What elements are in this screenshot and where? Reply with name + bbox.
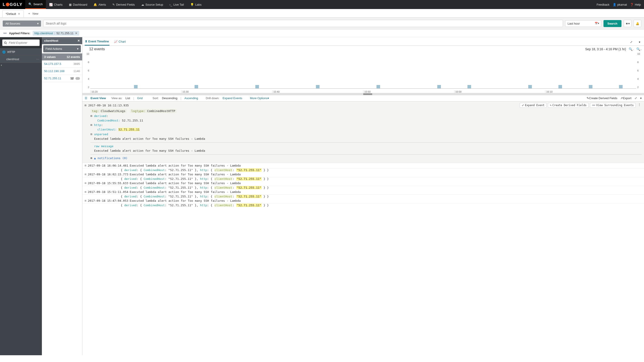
event-timestamp: 2017-09-18 16:11:13.935 bbox=[88, 104, 129, 107]
remove-filter-icon[interactable]: ✕ bbox=[75, 32, 78, 35]
log-row[interactable]: ⊞ 2017-09-18 15:47:04.053 Executed lambd… bbox=[82, 198, 644, 204]
feedback-link[interactable]: Feedback bbox=[597, 3, 610, 6]
values-panel-title: clientHost bbox=[44, 39, 58, 42]
field-actions-dropdown[interactable]: Field Actions ▾ bbox=[43, 45, 81, 52]
nav-alerts-label: Alerts bbox=[98, 3, 106, 6]
expanded-event: ⊟ 2017-09-18 16:11:13.935 ⤢ Expand Event… bbox=[82, 101, 644, 163]
log-row[interactable]: ⊞ 2017-09-18 15:51:11.054 Executed lambd… bbox=[82, 189, 644, 195]
help-link[interactable]: ❓ Help bbox=[630, 3, 641, 6]
view-grid[interactable]: Grid bbox=[137, 97, 143, 100]
view-list[interactable]: List bbox=[126, 97, 130, 100]
applied-filters-label: Applied Filters: bbox=[9, 32, 30, 35]
sort-descending[interactable]: Descending bbox=[162, 97, 178, 100]
value-row[interactable]: 54.173.157.5 3695 bbox=[42, 60, 82, 68]
tab-event-timeline[interactable]: ⧗ Event Timeline bbox=[85, 39, 110, 46]
more-icon[interactable]: ⋮ bbox=[637, 103, 642, 108]
timeline-chart[interactable]: 108642 108642 15:2015:3015:4015:5016:001… bbox=[82, 53, 644, 93]
time-range-dropdown[interactable]: Last hour bbox=[565, 20, 601, 27]
log-row[interactable]: ⊞ 2017-09-18 16:06:14.461 Executed lambd… bbox=[82, 163, 644, 168]
facet-header-http[interactable]: HTTP bbox=[0, 49, 42, 56]
expand-event-button[interactable]: ⤢ Expand Event bbox=[520, 103, 546, 108]
export-link[interactable]: ↗Export bbox=[620, 97, 632, 100]
log-message: Executed lambda alert action for Too man… bbox=[130, 190, 241, 194]
events-header: 12 events Sep 18, 3:16 - 4:16 PM (1 hr) … bbox=[82, 46, 644, 53]
tab-chart[interactable]: 📈 Chart bbox=[114, 39, 126, 45]
tag-pill: tag: CloudwatchLogs bbox=[90, 109, 127, 113]
nav-source-setup[interactable]: ☁ Source Setup bbox=[138, 0, 166, 9]
value-row-selected[interactable]: 52.71.255.11 12 bbox=[42, 75, 82, 82]
log-row[interactable]: ⊞ 2017-09-18 15:55:55.633 Executed lambd… bbox=[82, 181, 644, 186]
expand-events-link[interactable]: Expand Events bbox=[222, 97, 242, 100]
top-right: Feedback 👤 pkamat ❓ Help bbox=[597, 3, 644, 6]
nav-live-tail[interactable]: ›_ Live Tail bbox=[166, 0, 187, 9]
favorite-button[interactable]: ★▾ bbox=[624, 20, 632, 27]
expand-icon[interactable]: ⤢ bbox=[630, 40, 632, 44]
expand-icon[interactable]: ⤢ bbox=[634, 97, 637, 100]
chart-tab-label: Chart bbox=[119, 40, 126, 43]
create-derived-link[interactable]: ✎Create Derived Fields bbox=[586, 97, 618, 100]
nav-labs-label: Labs bbox=[195, 3, 202, 6]
y-axis-right: 108642 bbox=[637, 53, 642, 89]
tab-new-label: New bbox=[32, 12, 38, 15]
zoom-out-icon[interactable]: 🔍₋ bbox=[629, 47, 634, 51]
search-button[interactable]: Search bbox=[604, 20, 622, 27]
timeline-tabs: ⧗ Event Timeline 📈 Chart ⤢ ▾ bbox=[82, 37, 644, 46]
log-timestamp: 2017-09-18 15:47:04.053 bbox=[88, 199, 128, 202]
event-timeline-label: Event Timeline bbox=[88, 40, 109, 43]
sort-ascending[interactable]: Ascending bbox=[184, 97, 198, 100]
tab-default[interactable]: *Default ✕ bbox=[2, 10, 24, 17]
values-summary: 3 values 12 events bbox=[42, 54, 82, 60]
expand-icon[interactable]: ⊞ bbox=[85, 173, 86, 176]
filter-pill[interactable]: http.clientHost : 52.71.255.11 ✕ bbox=[33, 31, 79, 36]
value-ip: 50.112.190.168 bbox=[44, 70, 64, 73]
nav-labs[interactable]: 💡 Labs bbox=[187, 0, 205, 9]
expand-icon[interactable]: ⊞ bbox=[85, 199, 86, 202]
facet-clienthost[interactable]: clientHost ⋯ bbox=[0, 56, 42, 63]
nav-search[interactable]: 🔍 Search bbox=[25, 0, 46, 9]
results-panel: ⧗ Event Timeline 📈 Chart ⤢ ▾ 12 events S… bbox=[82, 37, 644, 355]
expand-icon[interactable]: ⊞ bbox=[85, 190, 86, 194]
notifications-button[interactable]: 🔔 bbox=[634, 20, 641, 27]
toggle-visibility-icon[interactable] bbox=[76, 77, 80, 80]
sources-dropdown[interactable]: All Sources bbox=[3, 21, 41, 27]
expand-icon[interactable]: ⊞ bbox=[85, 164, 86, 167]
event-view-link[interactable]: Event View bbox=[90, 97, 106, 100]
log-json-line: { derived: { CombinedHost: "52.71.255.11… bbox=[82, 204, 644, 207]
scrubber-handle[interactable] bbox=[363, 93, 372, 95]
more-options-dropdown[interactable]: More Options▾ bbox=[250, 97, 269, 100]
log-timestamp: 2017-09-18 16:02:15.773 bbox=[88, 173, 128, 176]
value-count: 12 bbox=[70, 77, 74, 80]
log-json-line: { derived: { CombinedHost: "52.71.255.11… bbox=[82, 168, 644, 172]
log-row[interactable]: ⊞ 2017-09-18 16:02:15.773 Executed lambd… bbox=[82, 172, 644, 177]
search-input[interactable] bbox=[43, 20, 563, 27]
nav-alerts[interactable]: 🔔 Alerts bbox=[90, 0, 109, 9]
nav-source-label: Source Setup bbox=[146, 3, 163, 6]
user-menu[interactable]: 👤 pkamat bbox=[613, 3, 627, 6]
log-json-line: { derived: { CombinedHost: "52.71.255.11… bbox=[82, 195, 644, 198]
view-surrounding-button[interactable]: 👓 View Surrounding Events bbox=[590, 103, 636, 108]
nav-dashboard[interactable]: ▦ Dashboard bbox=[66, 0, 90, 9]
event-header: ⊟ 2017-09-18 16:11:13.935 ⤢ Expand Event… bbox=[85, 103, 642, 108]
expand-icon[interactable]: ⊞ bbox=[85, 181, 86, 185]
tab-default-label: *Default bbox=[6, 12, 16, 16]
applied-filters-row: 👓 Applied Filters: http.clientHost : 52.… bbox=[0, 30, 644, 37]
filter-value: 52.71.255.11 bbox=[56, 32, 74, 35]
chevron-down-icon[interactable]: ▾ bbox=[639, 40, 640, 44]
field-explorer-input[interactable] bbox=[2, 40, 40, 46]
value-ip: 52.71.255.11 bbox=[44, 77, 61, 80]
collapse-icon[interactable]: ⊟ bbox=[85, 104, 86, 107]
chevron-left-icon[interactable]: ‹ bbox=[1, 63, 2, 67]
time-scrubber[interactable] bbox=[82, 93, 644, 95]
create-derived-button[interactable]: ✎ Create Derived Fields bbox=[548, 103, 588, 108]
close-icon[interactable]: ✕ bbox=[18, 12, 20, 16]
zoom-in-icon[interactable]: 🔍₊ bbox=[636, 47, 642, 51]
value-row[interactable]: 50.112.190.168 1146 bbox=[42, 68, 82, 75]
log-message: Executed lambda alert action for Too man… bbox=[130, 199, 241, 202]
chevron-down-icon[interactable]: ▾ bbox=[640, 97, 642, 100]
nav-derived-fields[interactable]: ✎ Derived Fields bbox=[109, 0, 138, 9]
close-values-icon[interactable]: ✕ bbox=[78, 39, 80, 42]
log-timestamp: 2017-09-18 15:55:55.633 bbox=[88, 181, 128, 185]
tab-new[interactable]: ＋ New bbox=[24, 10, 42, 17]
chevron-down-icon: ▾ bbox=[77, 47, 78, 51]
nav-charts[interactable]: 📈 Charts bbox=[46, 0, 66, 9]
